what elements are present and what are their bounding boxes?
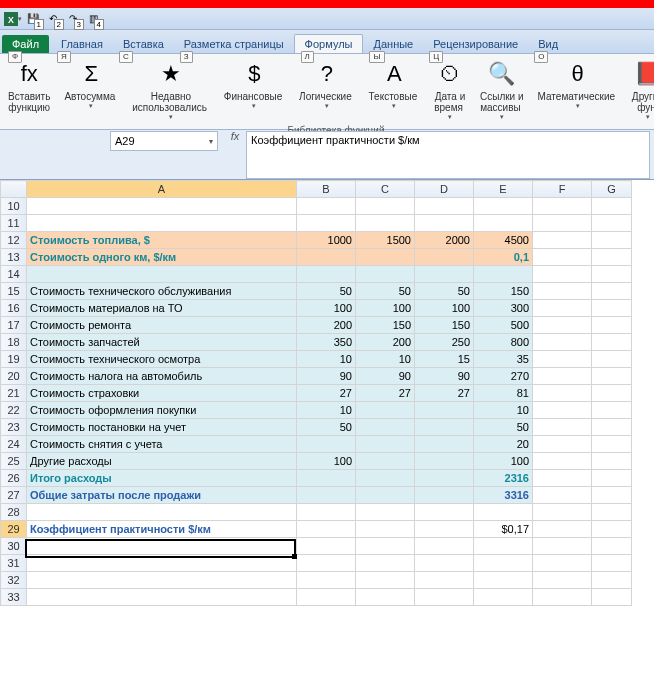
cell[interactable]: Стоимость технического обслуживания [27,283,297,300]
cell[interactable] [474,266,533,283]
tab-review[interactable]: РецензированиеЦ [423,35,528,53]
cell[interactable] [533,487,592,504]
qat-redo-button[interactable]: ↷3 [64,10,82,28]
cell[interactable]: 0,1 [474,249,533,266]
ribbon-button[interactable]: ⏲Дата и время ▾ [430,56,470,123]
cell[interactable] [592,538,632,555]
cell[interactable]: Стоимость одного км, $/км [27,249,297,266]
ribbon-button[interactable]: ★Недавно использовались ▾ [128,56,214,123]
row-header[interactable]: 30 [1,538,27,555]
worksheet[interactable]: ABCDEFG 101112Стоимость топлива, $100015… [0,180,654,606]
cell[interactable] [592,249,632,266]
row-header[interactable]: 29 [1,521,27,538]
row-header[interactable]: 20 [1,368,27,385]
cell[interactable] [297,487,356,504]
fx-icon[interactable]: fх [224,130,246,179]
cell[interactable]: 90 [415,368,474,385]
cell[interactable] [297,538,356,555]
cell[interactable] [533,266,592,283]
cell[interactable]: 150 [415,317,474,334]
cell[interactable]: 50 [415,283,474,300]
cell[interactable]: Стоимость материалов на ТО [27,300,297,317]
cell[interactable] [356,470,415,487]
excel-icon[interactable]: X ▾ [4,10,22,28]
cell[interactable]: 27 [297,385,356,402]
cell[interactable]: 100 [415,300,474,317]
ribbon-button[interactable]: AТекстовые ▾ [365,56,424,123]
cell[interactable] [533,538,592,555]
column-header[interactable]: D [415,181,474,198]
cell[interactable] [533,368,592,385]
cell[interactable] [415,215,474,232]
cell[interactable]: Стоимость ремонта [27,317,297,334]
tab-formulas[interactable]: ФормулыЛ [294,34,364,53]
cell[interactable] [592,300,632,317]
ribbon-button[interactable]: $Финансовые ▾ [220,56,289,123]
cell[interactable] [415,572,474,589]
cell[interactable] [356,453,415,470]
cell[interactable] [533,419,592,436]
cell[interactable] [592,470,632,487]
ribbon-button[interactable]: 📕Другие фун ▾ [628,56,654,123]
cell[interactable] [474,504,533,521]
cell[interactable]: Общие затраты после продажи [27,487,297,504]
cell[interactable] [356,198,415,215]
row-header[interactable]: 33 [1,589,27,606]
column-header[interactable]: F [533,181,592,198]
cell[interactable] [27,555,297,572]
cell[interactable] [27,215,297,232]
cell[interactable]: 100 [356,300,415,317]
cell[interactable] [592,504,632,521]
cell[interactable] [356,402,415,419]
cell[interactable] [533,232,592,249]
ribbon-button[interactable]: 🔍Ссылки и массивы ▾ [476,56,528,123]
cell[interactable] [592,589,632,606]
cell[interactable] [533,402,592,419]
cell[interactable] [474,555,533,572]
tab-home[interactable]: ГлавнаяЯ [51,35,113,53]
cell[interactable] [533,521,592,538]
cell[interactable]: 270 [474,368,533,385]
cell[interactable]: Стоимость технического осмотра [27,351,297,368]
cell[interactable]: 100 [297,453,356,470]
row-header[interactable]: 26 [1,470,27,487]
cell[interactable]: 50 [356,283,415,300]
column-header[interactable]: C [356,181,415,198]
cell[interactable]: Другие расходы [27,453,297,470]
cell[interactable] [415,266,474,283]
row-header[interactable]: 16 [1,300,27,317]
cell[interactable] [27,504,297,521]
column-header[interactable]: E [474,181,533,198]
cell[interactable] [474,198,533,215]
qat-undo-button[interactable]: ↶2 [44,10,62,28]
cell[interactable] [297,555,356,572]
cell[interactable] [297,572,356,589]
cell[interactable] [474,572,533,589]
cell[interactable]: 81 [474,385,533,402]
cell[interactable] [592,283,632,300]
cell[interactable] [415,453,474,470]
cell[interactable] [356,589,415,606]
cell[interactable] [356,521,415,538]
row-header[interactable]: 22 [1,402,27,419]
cell[interactable] [356,249,415,266]
name-box[interactable]: A29 ▾ [110,131,218,151]
cell[interactable]: 300 [474,300,533,317]
cell[interactable] [297,521,356,538]
cell[interactable]: 500 [474,317,533,334]
cell[interactable]: Стоимость постановки на учет [27,419,297,436]
cell[interactable] [533,453,592,470]
cell[interactable] [592,317,632,334]
cell[interactable] [415,402,474,419]
ribbon-button[interactable]: ΣАвтосумма ▾ [60,56,122,123]
cell[interactable] [533,589,592,606]
cell[interactable]: 20 [474,436,533,453]
cell[interactable] [356,504,415,521]
cell[interactable] [297,266,356,283]
cell[interactable] [592,436,632,453]
qat-save-button[interactable]: 💾1 [24,10,42,28]
cell[interactable] [533,436,592,453]
cell[interactable]: 800 [474,334,533,351]
tab-file[interactable]: ФайлФ [2,35,49,53]
cell[interactable] [415,198,474,215]
